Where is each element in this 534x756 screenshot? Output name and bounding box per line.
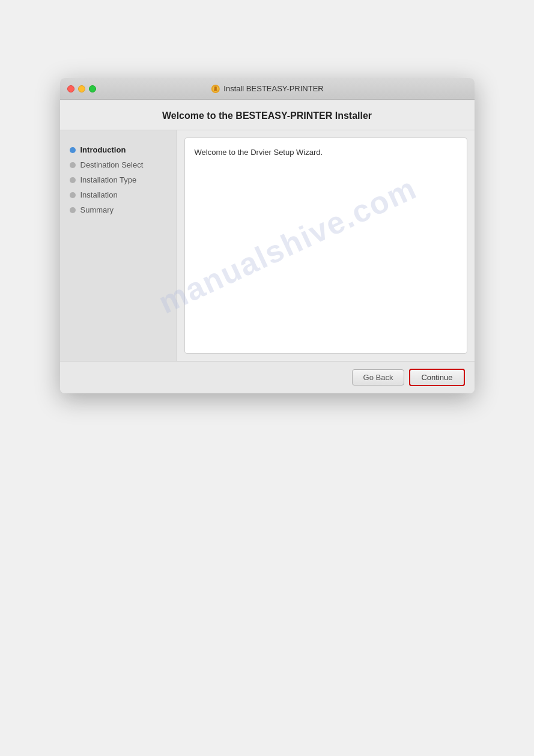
sidebar-item-summary[interactable]: Summary: [70, 202, 167, 217]
sidebar-item-installation-type[interactable]: Installation Type: [70, 172, 167, 187]
close-button[interactable]: [67, 85, 74, 92]
sidebar: Introduction Destination Select Installa…: [60, 130, 177, 361]
sidebar-item-introduction[interactable]: Introduction: [70, 142, 167, 157]
bullet-destination-select: [70, 162, 76, 168]
window-header: Welcome to the BESTEASY-PRINTER Installe…: [60, 100, 475, 130]
sidebar-label-summary: Summary: [80, 205, 114, 214]
title-bar: Install BESTEASY-PRINTER: [60, 78, 475, 100]
minimize-button[interactable]: [78, 85, 85, 92]
installer-icon: [210, 84, 220, 94]
sidebar-item-destination-select[interactable]: Destination Select: [70, 157, 167, 172]
svg-rect-3: [213, 89, 217, 91]
welcome-text: Welcome to the Drvier Setup Wizard.: [195, 148, 323, 157]
title-bar-title: Install BESTEASY-PRINTER: [210, 84, 323, 94]
sidebar-item-installation[interactable]: Installation: [70, 187, 167, 202]
bullet-installation: [70, 192, 76, 198]
sidebar-label-introduction: Introduction: [80, 145, 126, 154]
bullet-installation-type: [70, 177, 76, 183]
go-back-button[interactable]: Go Back: [352, 369, 405, 386]
window-header-title: Welcome to the BESTEASY-PRINTER Installe…: [162, 110, 372, 121]
window-body: Introduction Destination Select Installa…: [60, 130, 475, 361]
bullet-introduction: [70, 147, 76, 153]
installer-window: Install BESTEASY-PRINTER Welcome to the …: [60, 78, 475, 393]
sidebar-label-installation-type: Installation Type: [80, 175, 137, 184]
content-box: Welcome to the Drvier Setup Wizard.: [184, 138, 467, 354]
continue-button[interactable]: Continue: [409, 369, 464, 386]
sidebar-label-destination-select: Destination Select: [80, 160, 144, 169]
maximize-button[interactable]: [89, 85, 96, 92]
window-footer: Go Back Continue: [60, 361, 475, 393]
bullet-summary: [70, 207, 76, 213]
main-content: Welcome to the Drvier Setup Wizard.: [177, 130, 475, 361]
svg-rect-2: [214, 86, 216, 89]
sidebar-label-installation: Installation: [80, 190, 118, 199]
traffic-lights: [67, 85, 96, 92]
window-content: Introduction Destination Select Installa…: [60, 130, 475, 361]
